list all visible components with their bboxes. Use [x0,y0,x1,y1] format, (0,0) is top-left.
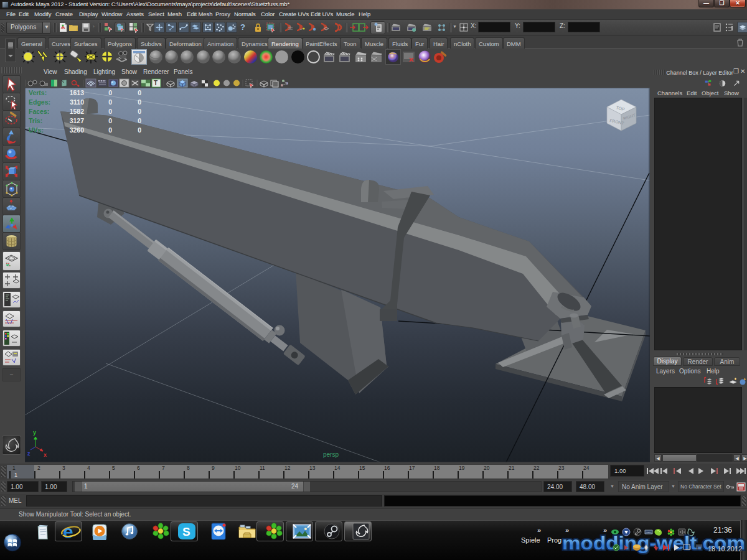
svg-text:14: 14 [334,465,341,471]
svg-text:Faces:: Faces: [29,108,49,115]
svg-text:6: 6 [137,465,140,471]
svg-text:0: 0 [138,126,141,134]
svg-text:2: 2 [37,465,40,471]
svg-text:21: 21 [509,465,515,471]
svg-text:0: 0 [108,117,112,124]
svg-text:0: 0 [108,108,112,115]
svg-text:y: y [33,429,36,436]
svg-text:19: 19 [459,465,465,471]
svg-text:z: z [27,450,31,457]
svg-text:e: e [63,523,73,540]
svg-text:UVs:: UVs: [29,126,44,134]
svg-text:3127: 3127 [70,117,85,124]
svg-text:T: T [154,80,157,86]
svg-text:persp: persp [323,451,339,458]
svg-text:15: 15 [359,465,365,471]
svg-text:1: 1 [14,472,17,478]
svg-text:16: 16 [384,465,390,471]
svg-text:17: 17 [409,465,415,471]
svg-text:0: 0 [138,108,141,115]
svg-text:8: 8 [187,465,190,471]
svg-text:Edges:: Edges: [29,98,50,106]
svg-text:7: 7 [162,465,165,471]
svg-text:1582: 1582 [70,108,85,115]
svg-text:0: 0 [138,117,141,124]
svg-text:0: 0 [138,98,141,106]
svg-text:1: 1 [12,465,16,471]
svg-text:12: 12 [284,465,291,471]
svg-text:5: 5 [112,465,115,471]
svg-text:18: 18 [434,465,440,471]
svg-text:0: 0 [108,89,112,96]
svg-text:0: 0 [108,126,112,134]
svg-text:4: 4 [87,465,90,471]
svg-text:13: 13 [309,465,316,471]
svg-text:0: 0 [138,89,141,96]
svg-text:23: 23 [558,465,565,471]
svg-text:1613: 1613 [70,89,85,96]
svg-text:24: 24 [583,465,590,471]
svg-text:9: 9 [212,465,215,471]
svg-text:22: 22 [533,465,540,471]
svg-text:11: 11 [260,465,265,471]
svg-text:Verts:: Verts: [29,89,47,96]
svg-text:3110: 3110 [70,98,84,106]
svg-text:10: 10 [235,465,241,471]
svg-text:Tris:: Tris: [29,117,42,124]
svg-text:3260: 3260 [70,126,85,134]
svg-text:S: S [182,525,190,538]
svg-text:x: x [44,452,47,458]
svg-text:0: 0 [108,98,112,106]
svg-text:3: 3 [62,465,65,471]
svg-text:20: 20 [484,465,490,471]
